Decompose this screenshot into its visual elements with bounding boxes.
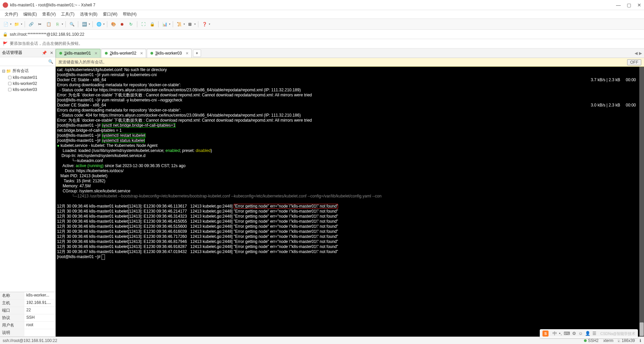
minimize-button[interactable]: — [616,2,621,8]
sidebar-search: 🔍 [0,57,55,66]
ime-button[interactable]: •, [559,331,562,336]
script-icon[interactable]: 📜 [175,21,183,28]
dropdown-icon[interactable]: ▾ [194,23,196,26]
terminal-scrollbar[interactable] [639,67,644,337]
property-row: 端口22 [0,307,55,314]
address-bar[interactable]: 🔒 ssh://root:************@192.168.91.100… [0,30,644,39]
separator [78,21,78,27]
property-row: 主机192.168.91.... [0,300,55,307]
broadcast-text: 发送键盘输入的所有会话。 [58,59,107,65]
color-icon[interactable]: 🎨 [110,21,117,28]
disconnect-icon[interactable]: ✂ [36,21,44,28]
session-tab[interactable]: 2 k8s-worker02✕ [101,49,146,58]
dropdown-icon[interactable]: ▾ [21,23,22,26]
property-value: root [24,322,55,329]
session-tab[interactable]: 3 k8s-worker03✕ [147,49,192,58]
new-session-icon[interactable]: 📄 [2,21,9,28]
dropdown-icon[interactable]: ▾ [10,23,11,26]
menu-item[interactable]: 工具(T) [58,10,77,18]
property-key: 端口 [0,307,24,314]
paste-icon[interactable]: 📋 [45,21,52,28]
lock-icon: 🔒 [3,32,8,37]
session-tree: ⊟ 📁 所有会话 k8s-master01k8s-worker02k8s-wor… [0,66,55,292]
property-key: 说明 [0,329,24,336]
search-icon[interactable]: 🔍 [48,59,53,64]
tunnel-icon[interactable]: ⊞ [186,21,194,28]
ime-button[interactable]: ☺ [578,331,583,336]
dropdown-icon[interactable]: ▾ [62,23,63,26]
main-container: 会话管理器 📌 ✕ 🔍 ⊟ 📁 所有会话 k8s-master01k8s-wor… [0,49,644,337]
terminal-cursor [102,255,105,259]
maximize-button[interactable]: ▢ [627,2,631,8]
dropdown-icon[interactable]: ▾ [184,23,185,26]
ime-button[interactable]: ⌨ [564,331,570,336]
separator [158,21,159,27]
font-icon[interactable]: 🔤 [81,21,88,28]
status-dot-icon [105,52,108,55]
sidebar-header: 会话管理器 📌 ✕ [0,49,55,57]
reconnect-icon[interactable]: 🔗 [27,21,35,28]
session-item[interactable]: k8s-master01 [0,74,55,81]
sidebar-close-icon[interactable]: ✕ [50,51,53,55]
record-icon[interactable]: ⏺ [118,21,126,28]
copy-icon[interactable]: ⎘ [54,21,61,28]
scrollbar-thumb[interactable] [640,322,644,336]
menu-item[interactable]: 选项卡(B) [77,10,100,18]
flag-icon: 🚩 [3,41,8,46]
window-title: k8s-master01 - root@k8s-master01:~ - Xsh… [10,3,616,7]
lock-icon[interactable]: 🔒 [148,21,156,28]
property-row: 协议SSH [0,314,55,322]
dropdown-icon[interactable]: ▾ [89,23,90,26]
folder-icon: 📁 [6,69,11,73]
sidebar-title: 会话管理器 [2,50,22,56]
status-dot-icon [59,52,62,55]
menu-item[interactable]: 查看(V) [39,10,58,18]
session-tab[interactable]: 1 k8s-master01✕ [56,49,101,58]
collapse-icon[interactable]: ⊟ [2,69,6,73]
status-info-icon[interactable]: ℹ [640,338,641,343]
property-value: k8s-worker... [24,292,55,299]
properties-panel: 名称k8s-worker...主机192.168.91....端口22协议SSH… [0,292,55,337]
tab-prev-icon[interactable]: ◀ [635,51,638,56]
tab-add-button[interactable]: + [193,50,201,57]
refresh-icon[interactable]: ↻ [127,21,135,28]
ime-button[interactable]: 👤 [585,331,590,336]
separator [198,21,198,27]
open-folder-icon[interactable]: 📁 [13,21,20,28]
tab-number: 3 [155,51,158,56]
menu-item[interactable]: 文件(F) [2,10,21,18]
tab-close-icon[interactable]: ✕ [140,51,143,56]
search-icon[interactable]: 🔍 [68,21,76,28]
menu-item[interactable]: 编辑(E) [21,10,39,18]
globe-icon[interactable]: 🌐 [95,21,103,28]
tab-close-icon[interactable]: ✕ [186,51,189,56]
status-dot-icon [150,52,153,55]
ime-button[interactable]: 中 [553,331,557,336]
close-button[interactable]: ✕ [637,2,641,8]
status-size: ⟀ 186x39 [618,338,635,343]
sogou-icon[interactable]: S [542,331,549,337]
property-row: 名称k8s-worker... [0,292,55,300]
property-key: 协议 [0,314,24,321]
tree-root[interactable]: ⊟ 📁 所有会话 [0,67,55,74]
menubar: 文件(F)编辑(E)查看(V)工具(T)选项卡(B)窗口(W)帮助(H) [0,10,644,19]
property-value: SSH [24,314,55,321]
terminal[interactable]: cat: /opt/kubernetes/cfg/kubelet.conf: N… [56,67,644,337]
ime-button[interactable]: ⚙ [572,331,576,336]
dropdown-icon[interactable]: ▾ [209,23,210,26]
fullscreen-icon[interactable]: ⛶ [140,21,147,28]
help-icon[interactable]: ❓ [201,21,208,28]
dropdown-icon[interactable]: ▾ [103,23,105,26]
session-icon [8,88,11,91]
tab-next-icon[interactable]: ▶ [639,51,642,56]
session-item[interactable]: k8s-worker02 [0,81,55,87]
menu-item[interactable]: 窗口(W) [100,10,120,18]
session-item[interactable]: k8s-worker03 [0,87,55,93]
chart-icon[interactable]: 📊 [161,21,168,28]
tab-close-icon[interactable]: ✕ [94,51,97,56]
dropdown-icon[interactable]: ▾ [169,23,170,26]
broadcast-off-button[interactable]: OFF [627,59,641,65]
ime-button[interactable]: ☰ [592,331,596,336]
menu-item[interactable]: 帮助(H) [120,10,139,18]
pin-icon[interactable]: 📌 [42,51,47,55]
